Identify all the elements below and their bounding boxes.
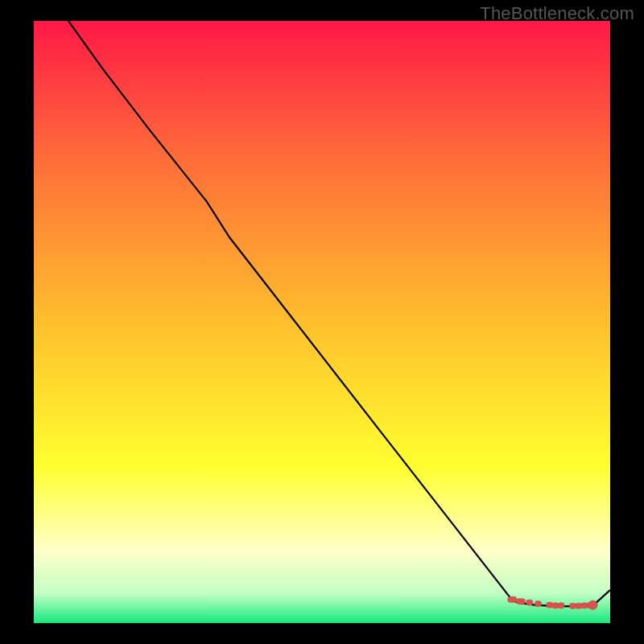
chart-frame: TheBottleneck.com	[0, 0, 644, 644]
dash-marker	[547, 602, 553, 608]
dash-marker	[508, 597, 517, 602]
gradient-background	[34, 21, 610, 623]
dash-marker	[581, 603, 588, 609]
dash-marker	[558, 603, 564, 609]
dash-marker	[526, 600, 533, 605]
watermark-text: TheBottleneck.com	[480, 3, 634, 24]
dash-marker	[535, 601, 542, 607]
end-marker	[588, 601, 597, 609]
dash-marker	[576, 603, 582, 609]
dash-marker	[517, 599, 526, 605]
chart-svg	[34, 21, 610, 623]
plot-area	[34, 21, 610, 623]
